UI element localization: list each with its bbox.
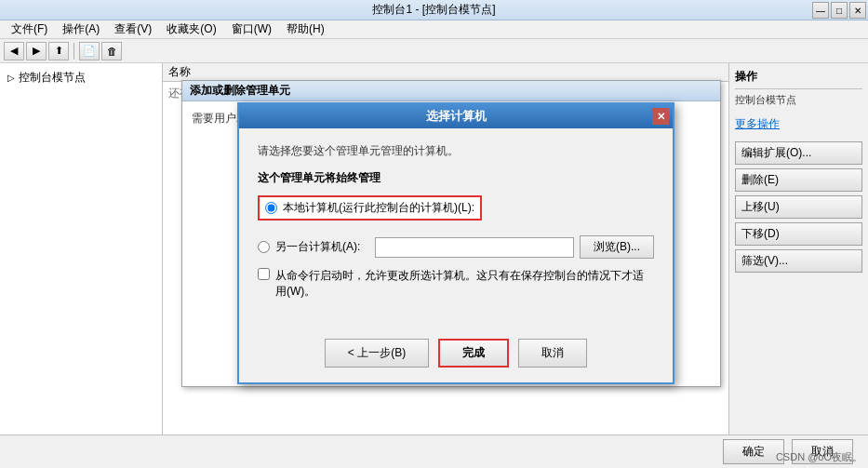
back-step-button[interactable]: < 上一步(B) [325, 339, 429, 368]
dialog-section-title: 这个管理单元将始终管理 [258, 170, 654, 186]
menu-favorites[interactable]: 收藏夹(O) [159, 20, 223, 39]
content-area: 名称 还有0个其他控制台扩展 添加或删除管理单元 需要用户若干扩展项。 确定 取… [163, 63, 728, 435]
browse-button[interactable]: 浏览(B)... [580, 235, 654, 259]
radio-other-computer[interactable] [258, 241, 270, 253]
menu-help[interactable]: 帮助(H) [279, 20, 332, 39]
menu-window[interactable]: 窗口(W) [224, 20, 279, 39]
window-title: 控制台1 - [控制台模节点] [372, 2, 495, 18]
radio-local-computer-row[interactable]: 本地计算机(运行此控制台的计算机)(L): [258, 195, 482, 221]
dialog-footer: < 上一步(B) 完成 取消 [239, 329, 673, 382]
right-panel-subtitle: 控制台模节点 [735, 93, 862, 107]
toolbar: ◀ ▶ ⬆ 📄 🗑 [0, 39, 868, 63]
allow-change-checkbox-row: 从命令行启动时，允许更改所选计算机。这只有在保存控制台的情况下才适用(W)。 [258, 268, 654, 300]
dialog-description: 请选择您要这个管理单元管理的计算机。 [258, 143, 654, 159]
tree-expand-icon: ▷ [7, 73, 15, 83]
select-computer-dialog: 选择计算机 ✕ 请选择您要这个管理单元管理的计算机。 这个管理单元将始终管理 本… [237, 102, 674, 384]
title-bar: 控制台1 - [控制台模节点] — □ ✕ [0, 0, 868, 20]
menu-view[interactable]: 查看(V) [107, 20, 159, 39]
radio-local-computer[interactable] [265, 202, 277, 214]
bg-dialog-title-bar: 添加或删除管理单元 [182, 81, 720, 101]
move-down-button[interactable]: 下移(D) [735, 222, 862, 246]
edit-extension-button[interactable]: 编辑扩展(O)... [735, 141, 862, 165]
dialog-body: 请选择您要这个管理单元管理的计算机。 这个管理单元将始终管理 本地计算机(运行此… [239, 128, 673, 329]
dialog-title-text: 选择计算机 [426, 108, 487, 125]
dialog-title-bar: 选择计算机 ✕ [239, 104, 673, 128]
dialog-cancel-button[interactable]: 取消 [518, 339, 587, 368]
more-actions-button[interactable]: 更多操作 [735, 114, 862, 134]
menu-action[interactable]: 操作(A) [55, 20, 107, 39]
allow-change-checkbox[interactable] [258, 268, 270, 280]
right-panel: 操作 控制台模节点 更多操作 编辑扩展(O)... 删除(E) 上移(U) 下移… [728, 63, 868, 435]
menu-bar: 文件(F) 操作(A) 查看(V) 收藏夹(O) 窗口(W) 帮助(H) [0, 20, 868, 39]
dialog-close-button[interactable]: ✕ [652, 108, 669, 125]
window-footer: 确定 取消 [0, 435, 868, 468]
right-action-buttons: 编辑扩展(O)... 删除(E) 上移(U) 下移(D) 筛选(V)... [735, 141, 862, 273]
radio-other-label: 另一台计算机(A): [275, 239, 360, 255]
tree-item-console[interactable]: ▷ 控制台模节点 [0, 67, 162, 88]
tree-item-label: 控制台模节点 [19, 70, 86, 86]
delete-button[interactable]: 删除(E) [735, 168, 862, 192]
window-controls[interactable]: — □ ✕ [812, 2, 866, 19]
menu-file[interactable]: 文件(F) [4, 20, 55, 39]
column-header: 名称 [163, 63, 728, 82]
close-window-button[interactable]: ✕ [849, 2, 866, 19]
maximize-button[interactable]: □ [831, 2, 848, 19]
computer-name-input[interactable] [375, 237, 574, 258]
radio-other-computer-row: 另一台计算机(A): 浏览(B)... [258, 235, 654, 259]
main-area: ▷ 控制台模节点 名称 还有0个其他控制台扩展 添加或删除管理单元 需要用户若干… [0, 63, 868, 435]
move-up-button[interactable]: 上移(U) [735, 195, 862, 219]
new-button[interactable]: 📄 [79, 42, 100, 60]
minimize-button[interactable]: — [812, 2, 829, 19]
watermark: CSDN @oO夜眠。 [776, 450, 862, 464]
toolbar-separator [73, 43, 74, 60]
bg-dialog-title-text: 添加或删除管理单元 [190, 83, 290, 99]
forward-button[interactable]: ▶ [26, 42, 47, 60]
radio-local-label: 本地计算机(运行此控制台的计算机)(L): [283, 200, 474, 216]
name-column-header: 名称 [168, 64, 191, 80]
left-panel: ▷ 控制台模节点 [0, 63, 163, 435]
properties-button[interactable]: 🗑 [101, 42, 122, 60]
back-button[interactable]: ◀ [4, 42, 24, 60]
up-button[interactable]: ⬆ [48, 42, 69, 60]
finish-button[interactable]: 完成 [438, 339, 509, 368]
checkbox-label: 从命令行启动时，允许更改所选计算机。这只有在保存控制台的情况下才适用(W)。 [275, 268, 654, 300]
right-panel-title: 操作 [735, 69, 862, 89]
filter-button[interactable]: 筛选(V)... [735, 249, 862, 273]
